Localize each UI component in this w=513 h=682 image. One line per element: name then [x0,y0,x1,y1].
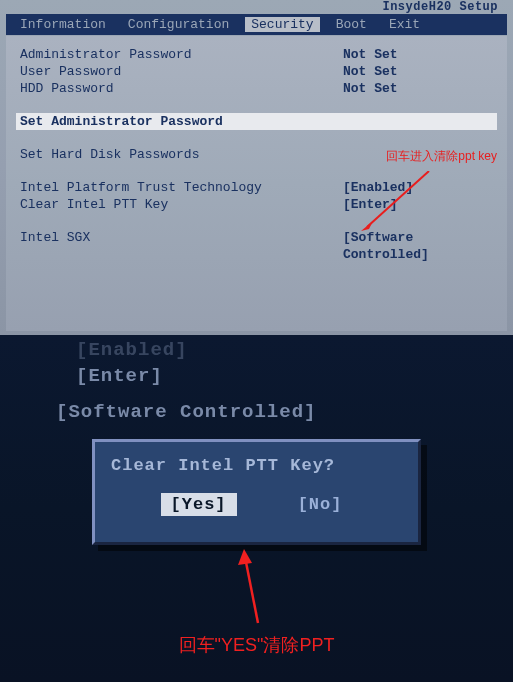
set-admin-password-label: Set Administrator Password [20,113,300,130]
bg-enabled: [Enabled] [76,339,188,361]
menu-security[interactable]: Security [245,17,319,32]
menu-information[interactable]: Information [14,17,112,32]
hdd-password-row[interactable]: HDD Password Not Set [20,80,493,97]
hdd-password-label: HDD Password [20,80,300,97]
yes-button[interactable]: [Yes] [161,493,237,516]
arrow-icon-2 [230,547,270,627]
bios-security-screen: InsydeH20 Setup Information Configuratio… [0,0,513,335]
admin-password-value: Not Set [343,46,493,63]
svg-marker-3 [238,549,252,565]
user-password-row[interactable]: User Password Not Set [20,63,493,80]
intel-ptt-row[interactable]: Intel Platform Trust Technology [Enabled… [20,179,493,196]
intel-sgx-label: Intel SGX [20,229,300,263]
clear-ptt-key-value: [Enter] [343,196,493,213]
no-button[interactable]: [No] [288,493,353,516]
menu-configuration[interactable]: Configuration [122,17,235,32]
bios-title: InsydeH20 Setup [382,0,498,14]
annotation-1: 回车进入清除ppt key [386,148,497,165]
svg-line-2 [245,557,258,623]
menu-boot[interactable]: Boot [330,17,373,32]
annotation-2: 回车"YES"清除PPT [0,633,513,657]
admin-password-row[interactable]: Administrator Password Not Set [20,46,493,63]
dialog-title: Clear Intel PTT Key? [95,442,418,479]
intel-sgx-value: [Software Controlled] [343,229,493,263]
bios-menu-bar: Information Configuration Security Boot … [6,14,507,35]
bios-content-area: Administrator Password Not Set User Pass… [6,36,507,331]
dialog-buttons: [Yes] [No] [95,479,418,516]
admin-password-label: Administrator Password [20,46,300,63]
clear-ptt-key-label: Clear Intel PTT Key [20,196,300,213]
intel-ptt-label: Intel Platform Trust Technology [20,179,300,196]
bg-software-controlled: [Software Controlled] [56,401,316,423]
menu-exit[interactable]: Exit [383,17,426,32]
set-admin-password-row[interactable]: Set Administrator Password [16,113,497,130]
confirm-dialog: Clear Intel PTT Key? [Yes] [No] [92,439,421,545]
clear-ptt-key-row[interactable]: Clear Intel PTT Key [Enter] [20,196,493,213]
set-hdd-passwords-label: Set Hard Disk Passwords [20,146,300,163]
bg-enter: [Enter] [76,365,163,387]
bios-dialog-screen: [Enabled] [Enter] [Software Controlled] … [0,335,513,682]
hdd-password-value: Not Set [343,80,493,97]
user-password-value: Not Set [343,63,493,80]
intel-sgx-row[interactable]: Intel SGX [Software Controlled] [20,229,493,263]
user-password-label: User Password [20,63,300,80]
intel-ptt-value: [Enabled] [343,179,493,196]
